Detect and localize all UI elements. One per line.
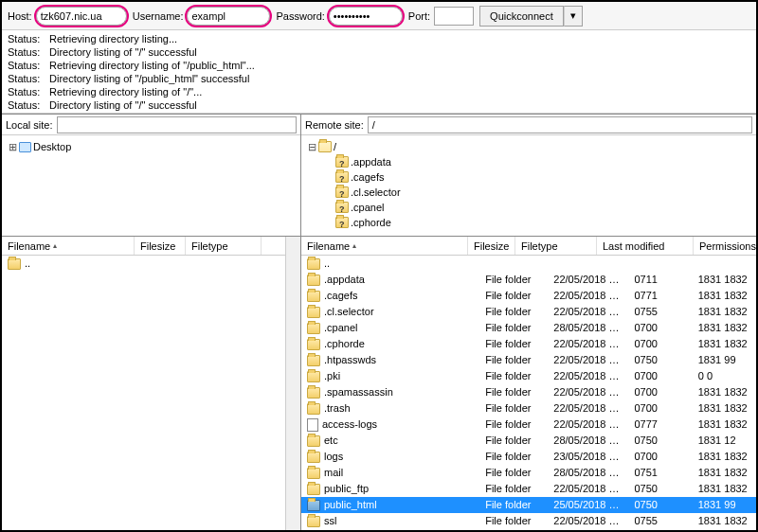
remote-tree[interactable]: ⊟/.appdata.cagefs.cl.selector.cpanel.cph… (301, 135, 756, 234)
folder-icon (307, 291, 320, 302)
username-input[interactable] (187, 7, 270, 26)
file-type: File folder (479, 481, 548, 497)
password-input[interactable] (329, 7, 403, 26)
file-type: File folder (479, 336, 548, 352)
file-name: .trash (324, 400, 351, 417)
file-owner: 1831 1832 (693, 384, 756, 400)
file-owner: 1831 1832 (693, 481, 756, 497)
remote-file-header[interactable]: Filename Filesize Filetype Last modified… (301, 237, 756, 256)
remote-file-list-pane: Filename Filesize Filetype Last modified… (301, 237, 756, 530)
file-modified: 22/05/2018 09:... (548, 417, 628, 433)
file-name: mail (324, 465, 343, 481)
col-filesize[interactable]: Filesize (468, 237, 515, 255)
remote-file-list[interactable]: ...appdataFile folder22/05/2018 09:...07… (301, 256, 756, 530)
col-filetype[interactable]: Filetype (186, 237, 262, 255)
list-item[interactable]: .cagefsFile folder22/05/2018 09:...07711… (301, 288, 756, 304)
folder-unknown-icon (335, 156, 349, 168)
folder-icon (307, 468, 320, 479)
folder-icon (307, 258, 320, 270)
log-row: Status:Directory listing of "/" successf… (8, 45, 750, 59)
list-item[interactable]: .cl.selectorFile folder22/05/2018 09:...… (301, 304, 756, 320)
col-modified[interactable]: Last modified (597, 237, 694, 255)
local-scrollbar[interactable] (285, 237, 300, 256)
local-file-list[interactable]: .. (2, 256, 285, 530)
file-name: .. (324, 256, 330, 272)
file-modified: 22/05/2018 09:... (548, 272, 628, 288)
tree-item[interactable]: .cpanel (307, 200, 750, 215)
log-message: Directory listing of "/" successful (49, 98, 197, 112)
remote-site-path-input[interactable]: / (368, 116, 752, 133)
tree-item[interactable]: .cl.selector (307, 185, 750, 200)
file-modified: 22/05/2018 09:... (548, 352, 628, 368)
local-file-list-pane: Filename Filesize Filetype .. (2, 237, 301, 530)
port-input[interactable] (434, 7, 474, 26)
list-item[interactable]: .appdataFile folder22/05/2018 09:...0711… (301, 272, 756, 288)
local-file-header[interactable]: Filename Filesize Filetype (2, 237, 285, 256)
file-modified: 22/05/2018 09:... (548, 481, 628, 497)
file-name: .appdata (324, 272, 365, 288)
file-modified: 22/05/2018 09:... (548, 400, 628, 417)
file-type: File folder (479, 465, 548, 481)
local-scrollbar-body[interactable] (285, 256, 300, 530)
log-message: Directory listing of "/public_html" succ… (49, 72, 249, 85)
local-site-path-input[interactable] (57, 116, 297, 133)
folder-unknown-icon (335, 217, 349, 228)
file-name: .htpasswds (324, 352, 376, 368)
tree-item[interactable]: .appdata (307, 154, 750, 169)
list-item[interactable]: logsFile folder23/05/2018 09:...07001831… (301, 449, 756, 465)
file-name: .. (25, 256, 30, 272)
file-type: File folder (479, 449, 548, 465)
file-owner: 1831 1832 (693, 272, 756, 288)
col-filetype[interactable]: Filetype (515, 237, 597, 255)
tree-item-label: .cphorde (351, 215, 391, 230)
file-modified: 28/05/2018 09:... (548, 320, 628, 336)
file-type: File folder (479, 368, 548, 384)
list-item[interactable]: .trashFile folder22/05/2018 09:...070018… (301, 400, 756, 417)
tree-item[interactable]: .cphorde (307, 215, 750, 230)
tree-item[interactable]: ⊟/ (307, 139, 750, 154)
log-label: Status: (8, 32, 49, 45)
list-item[interactable]: access-logsFile folder22/05/2018 09:...0… (301, 417, 756, 433)
quickconnect-dropdown[interactable]: ▾ (564, 6, 583, 27)
list-item[interactable]: .htpasswdsFile folder22/05/2018 09:...07… (301, 352, 756, 368)
collapse-icon[interactable]: ⊟ (307, 139, 316, 154)
file-owner: 1831 1832 (693, 320, 756, 336)
log-row: Status:Directory listing of "/" successf… (8, 98, 750, 112)
list-item[interactable]: .spamassassinFile folder22/05/2018 09:..… (301, 384, 756, 400)
list-item[interactable]: public_ftpFile folder22/05/2018 09:...07… (301, 481, 756, 497)
col-filename[interactable]: Filename (301, 237, 468, 255)
file-name: tmp (324, 529, 341, 530)
list-item[interactable]: .. (301, 256, 756, 272)
tree-item[interactable]: ⊞Desktop (8, 139, 295, 154)
list-item[interactable]: public_htmlFile folder25/05/2018 18:...0… (301, 497, 756, 513)
col-permissions[interactable]: Permissions (694, 237, 756, 255)
file-type: File folder (479, 417, 548, 433)
file-type: File folder (479, 352, 548, 368)
file-modified: 23/05/2018 09:... (548, 449, 628, 465)
tree-item-label: / (334, 139, 336, 154)
file-name: .pki (324, 368, 340, 384)
file-permissions: 0750 (628, 352, 692, 368)
folder-unknown-icon (335, 171, 349, 183)
list-item[interactable]: mailFile folder28/05/2018 09:...07511831… (301, 465, 756, 481)
list-item[interactable]: etcFile folder28/05/2018 09:...07501831 … (301, 433, 756, 449)
tree-item[interactable]: .cagefs (307, 169, 750, 185)
col-filesize[interactable]: Filesize (135, 237, 186, 255)
quickconnect-button[interactable]: Quickconnect (479, 6, 564, 27)
expand-icon[interactable]: ⊞ (8, 139, 17, 154)
password-label: Password: (276, 10, 324, 22)
list-item[interactable]: .pkiFile folder22/05/2018 09:...07000 0 (301, 368, 756, 384)
list-item[interactable]: tmpFile folder22/05/2018 09:...07551831 … (301, 529, 756, 530)
username-field: Username: (133, 7, 271, 26)
file-name: public_html (324, 497, 377, 513)
file-name: .spamassassin (324, 384, 393, 400)
list-item[interactable]: .cphordeFile folder22/05/2018 09:...0700… (301, 336, 756, 352)
file-modified: 28/05/2018 09:... (548, 465, 628, 481)
list-item[interactable]: sslFile folder22/05/2018 09:...07551831 … (301, 513, 756, 529)
file-name: logs (324, 449, 343, 465)
list-item[interactable]: .. (2, 256, 285, 272)
col-filename[interactable]: Filename (2, 237, 135, 255)
host-input[interactable] (36, 7, 127, 26)
list-item[interactable]: .cpanelFile folder28/05/2018 09:...07001… (301, 320, 756, 336)
local-tree[interactable]: ⊞Desktop (2, 135, 300, 158)
